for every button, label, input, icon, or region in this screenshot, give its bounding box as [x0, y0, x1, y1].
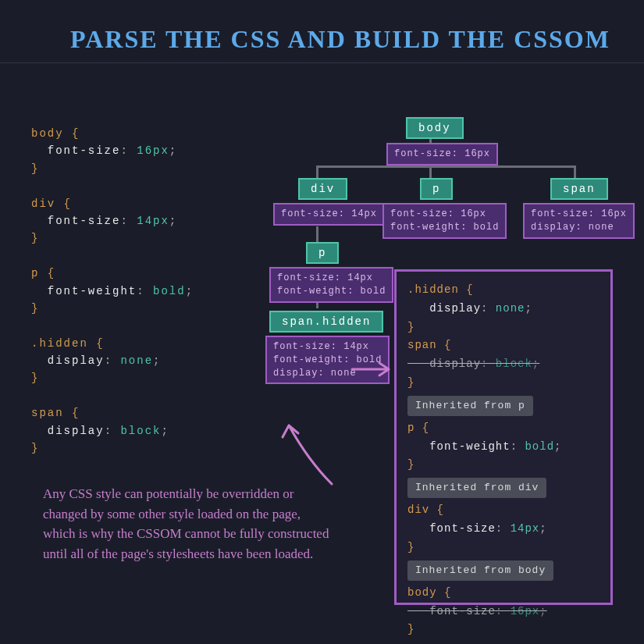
node-div-styles: font-size: 14px [273, 203, 385, 226]
node-p-styles: font-size: 16px font-weight: bold [382, 203, 507, 239]
node-span-styles: font-size: 16px display: none [523, 203, 635, 239]
css-source: body { font-size: 16px; } div { font-siz… [31, 125, 194, 457]
inherited-badge: Inherited from p [407, 396, 533, 416]
page-title: PARSE THE CSS AND BUILD THE CSSOM [0, 0, 644, 56]
divider [0, 62, 644, 63]
inherited-badge: Inherited from body [407, 560, 553, 581]
node-span-hidden: span.hidden [269, 311, 383, 333]
arrow-icon [350, 358, 393, 381]
node-p: p [420, 178, 453, 200]
style-inspector: .hidden { display: none; } span { displa… [394, 269, 613, 605]
selector: body [31, 127, 64, 140]
node-body-styles: font-size: 16px [386, 143, 498, 165]
node-body: body [406, 117, 464, 139]
explanation-text: Any CSS style can potentially be overrid… [43, 484, 332, 564]
node-p2: p [306, 242, 339, 264]
node-span: span [550, 178, 608, 200]
inherited-badge: Inherited from div [407, 478, 546, 498]
node-p2-styles: font-size: 14px font-weight: bold [269, 267, 393, 303]
node-div: div [298, 178, 347, 200]
arrow-icon [265, 418, 343, 488]
